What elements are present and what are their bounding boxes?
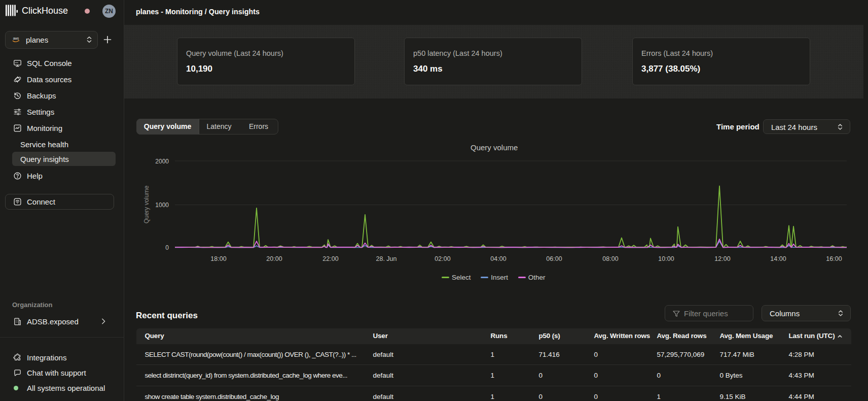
svg-text:aws: aws [13,37,19,40]
